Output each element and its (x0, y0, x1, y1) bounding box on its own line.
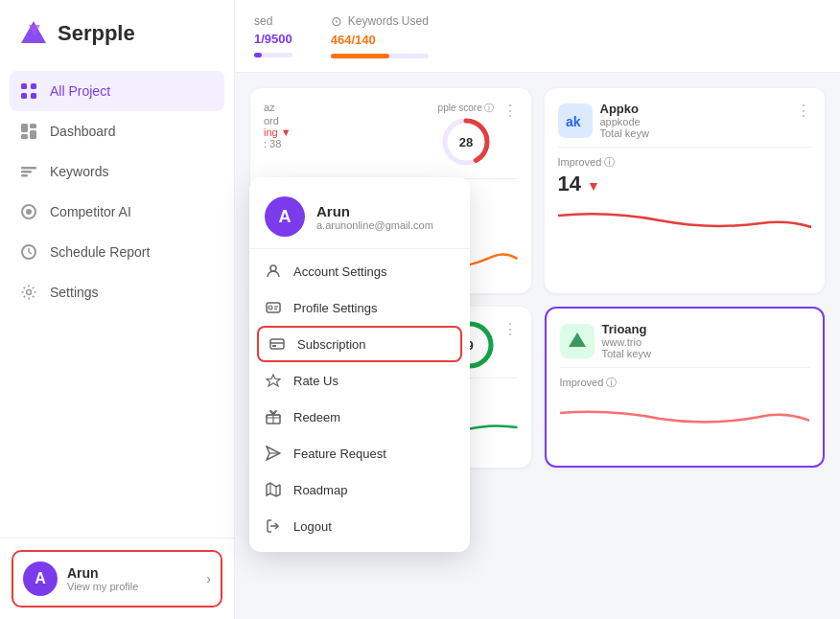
menu-item-label: Rate Us (293, 374, 338, 388)
stats-bar: sed 1/9500 ⊙ Keywords Used 464/140 (235, 0, 840, 73)
menu-item-label: Logout (293, 519, 332, 534)
dashboard-icon (19, 122, 38, 141)
sidebar-item-competitor-ai[interactable]: Competitor AI (0, 192, 234, 232)
avatar: A (23, 562, 58, 596)
grid-icon (19, 81, 38, 101)
sidebar-item-keywords[interactable]: Keywords (0, 151, 234, 192)
stat-keywords-used: ⊙ Keywords Used 464/140 (331, 13, 429, 58)
menu-item-account-settings[interactable]: Account Settings (249, 253, 470, 289)
person-settings-icon (265, 263, 282, 280)
menu-item-label: Account Settings (293, 264, 387, 279)
menu-item-subscription[interactable]: Subscription (257, 326, 462, 362)
stat-bar-wrap (331, 54, 429, 58)
appkode-logo: ak (564, 109, 587, 132)
svg-rect-2 (21, 83, 27, 89)
dropdown-user-name: Arun (316, 203, 433, 219)
menu-item-roadmap[interactable]: Roadmap (249, 471, 470, 508)
svg-marker-35 (267, 375, 280, 386)
svg-rect-32 (270, 339, 284, 349)
svg-rect-3 (31, 83, 36, 89)
send-icon (265, 445, 282, 462)
svg-text:ak: ak (566, 114, 581, 129)
keyword-icon: ⊙ (331, 13, 342, 29)
sidebar: Serpple All Project (0, 0, 235, 619)
svg-line-17 (29, 252, 32, 254)
svg-rect-12 (21, 174, 28, 177)
more-options-button[interactable]: ⋮ (502, 320, 518, 338)
svg-rect-6 (21, 124, 28, 132)
sidebar-item-settings[interactable]: Settings (0, 272, 234, 312)
app-icon: ak (558, 103, 593, 138)
user-profile-button[interactable]: A Arun View my profile › (12, 550, 222, 608)
menu-item-logout[interactable]: Logout (249, 508, 470, 544)
dropdown-header: A Arun a.arunonline@gmail.com (249, 185, 470, 249)
project-card-4: Trioang www.trio Total keyw Improved ⓘ (545, 307, 826, 468)
menu-item-label: Profile Settings (293, 301, 377, 315)
svg-rect-11 (21, 171, 32, 173)
app-info: ak Appko appkode Total keyw (558, 102, 649, 139)
svg-rect-34 (272, 345, 276, 347)
keyword-total: appkode (600, 116, 649, 127)
stat-value: 1/9500 (254, 32, 292, 46)
keyword-total: Total keyw (602, 348, 651, 359)
card-header: ak Appko appkode Total keyw ⋮ (558, 102, 812, 139)
credit-card-icon (268, 335, 286, 353)
menu-item-redeem[interactable]: Redeem (249, 399, 470, 435)
competitor-icon (19, 202, 38, 221)
menu-item-rate-us[interactable]: Rate Us (249, 362, 470, 399)
svg-rect-5 (31, 93, 36, 99)
card-header: az ord ing ▼ : 38 pple score ⓘ 28 ⋮ (264, 102, 518, 171)
logo-icon (19, 19, 48, 48)
svg-point-14 (26, 209, 32, 215)
svg-rect-9 (30, 130, 36, 139)
menu-item-profile-settings[interactable]: Profile Settings (249, 289, 470, 326)
sidebar-item-label: Schedule Report (50, 244, 150, 260)
stat-projects-used: sed 1/9500 (254, 14, 292, 57)
app-info: Trioang www.trio Total keyw (560, 322, 651, 359)
schedule-icon (19, 242, 38, 262)
sidebar-item-label: Competitor AI (50, 204, 131, 219)
svg-point-27 (270, 265, 276, 271)
app-icon (560, 324, 595, 358)
sidebar-footer: A Arun View my profile › (0, 538, 234, 619)
dropdown-avatar: A (265, 196, 305, 237)
menu-item-label: Redeem (293, 410, 340, 424)
star-icon (265, 372, 282, 389)
menu-item-label: Subscription (297, 337, 366, 352)
score-circle: 28 (441, 117, 491, 167)
svg-point-18 (27, 290, 32, 295)
svg-rect-8 (21, 134, 28, 139)
project-card-2: ak Appko appkode Total keyw ⋮ Improved ⓘ… (545, 88, 826, 293)
svg-rect-7 (30, 124, 36, 128)
chevron-right-icon: › (206, 571, 211, 586)
menu-item-label: Roadmap (293, 483, 347, 497)
keyword-total2: Total keyw (600, 127, 649, 139)
stat-bar-fill (331, 54, 389, 58)
sidebar-item-all-project[interactable]: All Project (10, 71, 224, 111)
menu-item-feature-request[interactable]: Feature Request (249, 435, 470, 471)
stat-bar-wrap (254, 53, 292, 57)
logo-container: Serpple (0, 0, 234, 63)
sidebar-item-schedule-report[interactable]: Schedule Report (0, 232, 234, 272)
trio-logo (566, 330, 589, 353)
improved-label: Improved ⓘ (560, 376, 810, 390)
sidebar-item-dashboard[interactable]: Dashboard (0, 111, 234, 151)
dropdown-email: a.arunonline@gmail.com (316, 219, 433, 231)
app-name: Appko (600, 102, 649, 116)
more-options-button[interactable]: ⋮ (796, 102, 811, 120)
app-url: www.trio (602, 336, 651, 348)
menu-item-label: Feature Request (293, 447, 386, 461)
map-icon (265, 481, 282, 498)
dropdown-user-info: Arun a.arunonline@gmail.com (316, 203, 433, 231)
sidebar-nav: All Project Dashboard Keywo (0, 63, 234, 538)
sidebar-item-label: All Project (50, 83, 110, 99)
stat-label: Keywords Used (348, 14, 429, 28)
keywords-icon (19, 162, 38, 181)
svg-marker-26 (569, 332, 586, 347)
more-options-button[interactable]: ⋮ (502, 102, 518, 120)
sidebar-item-label: Settings (50, 285, 99, 300)
user-info: Arun View my profile (67, 565, 197, 592)
trend-chart (558, 196, 812, 244)
sidebar-item-label: Keywords (50, 164, 108, 179)
app-name: Serpple (58, 21, 135, 46)
